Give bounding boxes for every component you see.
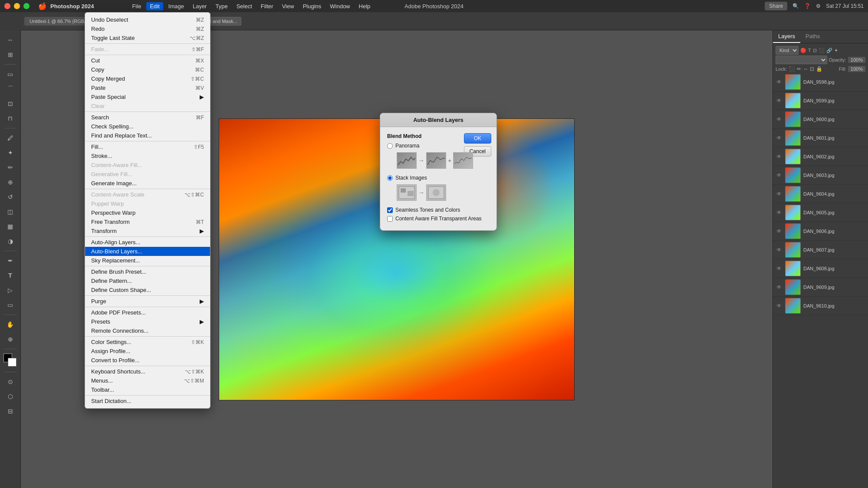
menu-image[interactable]: Image bbox=[165, 2, 187, 10]
menu-undo-deselect[interactable]: Undo Deselect ⌘Z bbox=[85, 15, 210, 24]
layer-item[interactable]: 👁 DAN_9608.jpg bbox=[773, 259, 868, 278]
layer-visibility-icon[interactable]: 👁 bbox=[776, 284, 783, 291]
zoom-tool[interactable]: ⊕ bbox=[3, 332, 17, 346]
menu-transform[interactable]: Transform ▶ bbox=[85, 226, 210, 236]
layer-item[interactable]: 👁 DAN_9605.jpg bbox=[773, 203, 868, 222]
minimize-button[interactable] bbox=[14, 3, 20, 9]
menu-toolbar[interactable]: Toolbar... bbox=[85, 385, 210, 394]
clone-tool[interactable]: ⊕ bbox=[3, 175, 17, 189]
menu-start-dictation[interactable]: Start Dictation... bbox=[85, 396, 210, 406]
blend-mode-select[interactable]: Normal bbox=[776, 56, 827, 64]
layer-item[interactable]: 👁 DAN_9598.jpg bbox=[773, 73, 868, 92]
menu-toggle-last-state[interactable]: Toggle Last State ⌥⌘Z bbox=[85, 33, 210, 43]
menu-content-aware-fill[interactable]: Content-Aware Fill... bbox=[85, 160, 210, 170]
dialog-ok-button[interactable]: OK bbox=[464, 133, 491, 144]
menu-cut[interactable]: Cut ⌘X bbox=[85, 56, 210, 65]
menu-filter[interactable]: Filter bbox=[257, 2, 277, 10]
type-tool[interactable]: T bbox=[3, 269, 17, 282]
menu-generative-fill[interactable]: Generative Fill... bbox=[85, 170, 210, 179]
maximize-button[interactable] bbox=[23, 3, 30, 9]
menu-color-settings[interactable]: Color Settings... ⇧⌘K bbox=[85, 337, 210, 347]
menu-help[interactable]: Help bbox=[355, 2, 374, 10]
filter-icon-2[interactable]: T bbox=[808, 48, 811, 53]
menu-menus[interactable]: Menus... ⌥⇧⌘M bbox=[85, 376, 210, 385]
layer-visibility-icon[interactable]: 👁 bbox=[776, 246, 783, 253]
search-icon[interactable]: 🔍 bbox=[792, 3, 799, 9]
menu-purge[interactable]: Purge ▶ bbox=[85, 297, 210, 306]
filter-icon-3[interactable]: ⊡ bbox=[813, 48, 817, 53]
filter-icon-6[interactable]: ✦ bbox=[834, 48, 838, 53]
layer-item[interactable]: 👁 DAN_9607.jpg bbox=[773, 241, 868, 259]
layer-visibility-icon[interactable]: 👁 bbox=[776, 97, 783, 104]
menu-perspective-warp[interactable]: Perspective Warp bbox=[85, 208, 210, 217]
menu-select[interactable]: Select bbox=[233, 2, 256, 10]
layer-item[interactable]: 👁 DAN_9604.jpg bbox=[773, 185, 868, 203]
layer-item[interactable]: 👁 DAN_9600.jpg bbox=[773, 110, 868, 129]
eyedropper-tool[interactable]: 🖉 bbox=[3, 131, 17, 145]
lock-all[interactable]: 🔒 bbox=[816, 66, 822, 72]
layer-item[interactable]: 👁 DAN_9599.jpg bbox=[773, 92, 868, 110]
menu-find-replace[interactable]: Find and Replace Text... bbox=[85, 131, 210, 140]
menu-content-aware-scale[interactable]: Content-Aware Scale ⌥⇧⌘C bbox=[85, 190, 210, 199]
pen-tool[interactable]: ✒ bbox=[3, 254, 17, 268]
tab-paths[interactable]: Paths bbox=[800, 30, 825, 43]
layer-visibility-icon[interactable]: 👁 bbox=[776, 228, 783, 235]
lasso-tool[interactable]: ⌒ bbox=[3, 82, 17, 96]
layer-item[interactable]: 👁 DAN_9609.jpg bbox=[773, 278, 868, 297]
opacity-value[interactable]: 100% bbox=[848, 57, 865, 63]
lock-position[interactable]: ↔ bbox=[803, 66, 808, 72]
layer-visibility-icon[interactable]: 👁 bbox=[776, 134, 783, 141]
menu-define-pattern[interactable]: Define Pattern... bbox=[85, 276, 210, 285]
content-aware-checkbox[interactable] bbox=[387, 216, 393, 222]
layer-visibility-icon[interactable]: 👁 bbox=[776, 116, 783, 123]
panorama-radio[interactable] bbox=[387, 143, 393, 149]
tab-layers[interactable]: Layers bbox=[773, 30, 800, 43]
dodge-tool[interactable]: ◑ bbox=[3, 234, 17, 248]
stack-images-radio[interactable] bbox=[387, 175, 393, 181]
lock-transparent[interactable]: ⬛ bbox=[789, 66, 795, 72]
menu-remote-connections[interactable]: Remote Connections... bbox=[85, 326, 210, 335]
path-select-tool[interactable]: ▷ bbox=[3, 283, 17, 297]
menu-paste-special[interactable]: Paste Special ▶ bbox=[85, 92, 210, 102]
lock-pixels[interactable]: ✏ bbox=[797, 66, 801, 72]
menu-define-brush[interactable]: Define Brush Preset... bbox=[85, 267, 210, 276]
menu-define-custom-shape[interactable]: Define Custom Shape... bbox=[85, 285, 210, 295]
menu-redo[interactable]: Redo ⌘Z bbox=[85, 24, 210, 33]
frame-mode[interactable]: ⊟ bbox=[3, 404, 17, 418]
3d-mode[interactable]: ⬡ bbox=[3, 390, 17, 403]
menu-check-spelling[interactable]: Check Spelling... bbox=[85, 122, 210, 131]
menu-stroke[interactable]: Stroke... bbox=[85, 151, 210, 160]
layer-item[interactable]: 👁 DAN_9602.jpg bbox=[773, 147, 868, 166]
menu-edit[interactable]: Edit bbox=[146, 2, 163, 10]
auto-blend-dialog[interactable]: Auto-Blend Layers OK Cancel Blend Method… bbox=[380, 113, 497, 231]
menu-fill[interactable]: Fill... ⇧F5 bbox=[85, 142, 210, 151]
layer-item[interactable]: 👁 DAN_9603.jpg bbox=[773, 166, 868, 185]
move-tool[interactable]: ↔ bbox=[3, 33, 17, 47]
layer-visibility-icon[interactable]: 👁 bbox=[776, 190, 783, 197]
shape-tool[interactable]: ▭ bbox=[3, 298, 17, 312]
quick-mask-mode[interactable]: ⊙ bbox=[3, 375, 17, 389]
layer-item[interactable]: 👁 DAN_9601.jpg bbox=[773, 129, 868, 147]
layer-visibility-icon[interactable]: 👁 bbox=[776, 265, 783, 272]
layer-visibility-icon[interactable]: 👁 bbox=[776, 79, 783, 85]
seamless-checkbox[interactable] bbox=[387, 207, 393, 213]
marquee-tool[interactable]: ▭ bbox=[3, 67, 17, 81]
share-button[interactable]: Share bbox=[765, 2, 787, 10]
menu-keyboard-shortcuts[interactable]: Keyboard Shortcuts... ⌥⇧⌘K bbox=[85, 367, 210, 376]
settings-icon[interactable]: ⚙ bbox=[816, 3, 821, 9]
filter-icon-1[interactable]: 🔴 bbox=[800, 48, 806, 53]
brush-tool[interactable]: ✏ bbox=[3, 160, 17, 174]
lock-artboards[interactable]: ⊡ bbox=[810, 66, 814, 72]
menu-sky-replacement[interactable]: Sky Replacement... bbox=[85, 256, 210, 265]
gradient-tool[interactable]: ▦ bbox=[3, 219, 17, 233]
menu-fade[interactable]: Fade... ⇧⌘F bbox=[85, 45, 210, 54]
menu-type[interactable]: Type bbox=[212, 2, 231, 10]
menu-plugins[interactable]: Plugins bbox=[299, 2, 325, 10]
menu-copy[interactable]: Copy ⌘C bbox=[85, 65, 210, 74]
menu-free-transform[interactable]: Free Transform ⌘T bbox=[85, 217, 210, 226]
help-icon[interactable]: ❓ bbox=[804, 3, 811, 9]
filter-icon-5[interactable]: 🔗 bbox=[826, 48, 832, 53]
menu-clear[interactable]: Clear bbox=[85, 102, 210, 111]
menu-view[interactable]: View bbox=[279, 2, 298, 10]
menu-puppet-warp[interactable]: Puppet Warp bbox=[85, 199, 210, 208]
